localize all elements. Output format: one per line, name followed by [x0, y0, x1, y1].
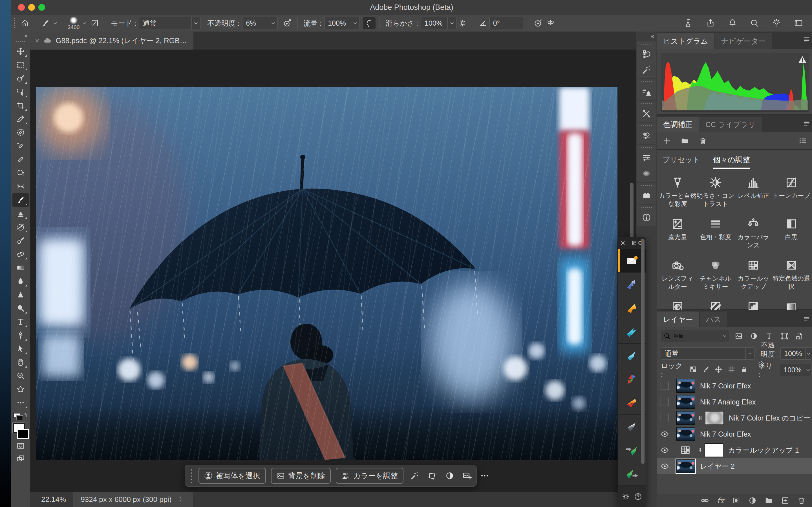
layer-blend-mode-select[interactable]: 通常 [661, 347, 755, 360]
layer-thumbnail[interactable] [676, 379, 695, 393]
healing-brush-tool[interactable] [12, 153, 29, 166]
lock-artboard-icon[interactable] [728, 365, 735, 374]
adjustment-chmixer[interactable]: チャンネルミキサー [697, 259, 735, 291]
quick-mask-button[interactable] [16, 442, 25, 450]
tab-navigator[interactable]: ナビゲーター [715, 33, 772, 49]
rectangular-marquee-tool[interactable] [12, 58, 29, 71]
layer-thumbnail[interactable] [676, 411, 695, 425]
patch-tool[interactable] [12, 166, 29, 180]
panel-group-grip[interactable] [641, 207, 652, 209]
remove-tool[interactable] [12, 126, 29, 139]
canvas-area[interactable]: 被写体を選択背景を削除カラーを調整 22.14% 9324 px x 6000 … [30, 50, 636, 507]
nik-close-icon[interactable] [620, 240, 625, 245]
filter-image-layers-icon[interactable] [733, 330, 744, 342]
search-icon[interactable] [748, 17, 761, 29]
type-tool[interactable] [12, 315, 29, 328]
history-brush-tool[interactable] [12, 220, 29, 234]
adjustment-levels[interactable]: レベル補正 [734, 176, 772, 208]
layer-row[interactable]: Nik 7 Color Efex のコピー [657, 410, 812, 426]
pressure-size-toggle[interactable] [532, 17, 545, 29]
collapse-panels-button[interactable]: « [636, 32, 657, 41]
mixer-brush-tool[interactable] [12, 234, 29, 247]
new-group-icon[interactable] [765, 496, 773, 505]
select-subject-button[interactable]: 被写体を選択 [199, 468, 266, 484]
clone-source-panel-icon[interactable] [637, 84, 656, 100]
workspace-icon[interactable] [792, 17, 805, 29]
layer-visibility-toggle[interactable] [657, 442, 673, 458]
trash-icon[interactable] [699, 136, 707, 145]
enhance-wand-button[interactable] [409, 469, 421, 482]
nik-help-icon[interactable] [634, 492, 642, 501]
add-mask-icon[interactable] [732, 496, 741, 505]
layer-row[interactable]: レイヤー 2 [657, 458, 812, 474]
layer-fill-select[interactable]: 100% [780, 363, 811, 376]
selection-brush-tool[interactable] [12, 71, 29, 85]
eraser-tool[interactable] [12, 247, 29, 261]
adjustment-selective[interactable]: 特定色域の選択 [772, 259, 811, 291]
layer-thumbnail[interactable] [676, 427, 695, 441]
layer-visibility-toggle[interactable] [657, 426, 673, 442]
chevron-right-icon[interactable]: 〉 [179, 495, 186, 504]
document-tab[interactable]: × G88.psdc @ 22.1% (レイヤー 2, RGB/8) * [30, 32, 193, 50]
default-swap-colors[interactable]: ↰ [13, 412, 28, 420]
libraries-panel-icon[interactable] [637, 187, 656, 203]
eyedropper-tool[interactable] [12, 112, 29, 126]
object-selection-tool[interactable] [12, 85, 29, 99]
warning-icon[interactable] [798, 55, 807, 64]
panel-menu-icon[interactable] [803, 119, 810, 127]
lock-all-icon[interactable] [741, 365, 748, 374]
folder-icon[interactable] [680, 136, 689, 145]
layer-row[interactable]: Nik 7 Analog Efex [657, 394, 812, 410]
nik-gear-icon[interactable] [622, 492, 630, 501]
remove-background-button[interactable]: 背景を削除 [271, 468, 331, 484]
panel-group-grip[interactable] [641, 43, 652, 45]
panel-group-grip[interactable] [641, 81, 652, 83]
chevron-down-icon[interactable] [52, 20, 59, 26]
adjustment-brightness[interactable]: 明るさ・コントラスト [697, 176, 735, 208]
filter-shape-layers-icon[interactable] [779, 330, 790, 342]
panel-group-grip[interactable] [641, 103, 652, 105]
chevron-down-icon[interactable] [81, 20, 88, 26]
layer-visibility-toggle[interactable] [657, 458, 673, 474]
layer-thumbnail[interactable] [676, 459, 695, 473]
pressure-opacity-toggle[interactable] [281, 17, 294, 29]
screen-mode-button[interactable] [16, 455, 25, 463]
adjust-color-button[interactable]: カラーを調整 [336, 468, 403, 484]
smoothing-select[interactable]: 100% [421, 17, 456, 29]
more-tools-tool[interactable] [12, 396, 29, 409]
tab-histogram[interactable]: ヒストグラム [657, 33, 714, 49]
taskbar-drag-handle[interactable] [190, 468, 193, 483]
nik-scrollbar[interactable] [641, 238, 645, 464]
background-color-swatch[interactable] [17, 429, 29, 439]
subtab-presets[interactable]: プリセット [663, 155, 700, 169]
new-layer-icon[interactable] [781, 496, 790, 505]
subtab-single-adjustments[interactable]: 個々の調整 [713, 155, 750, 169]
notifications-bell-icon[interactable] [726, 17, 739, 29]
options-bar-grip[interactable] [13, 17, 16, 29]
crop-tool[interactable] [12, 99, 29, 112]
panel-group-grip[interactable] [641, 184, 652, 186]
adjustment-lut[interactable]: カラールックアップ [734, 259, 772, 291]
blur-tool[interactable] [12, 274, 29, 288]
adjustment-hue[interactable]: 色相・彩度 [697, 217, 735, 249]
add-image-button[interactable] [461, 469, 473, 482]
home-button[interactable] [18, 17, 31, 29]
panel-group-grip[interactable] [641, 125, 652, 127]
sharpen-tool[interactable] [12, 288, 29, 301]
smoothing-options-gear[interactable] [456, 17, 469, 29]
adjustment-exposure[interactable]: 露光量 [659, 217, 697, 249]
channels-panel-icon[interactable] [637, 166, 656, 181]
path-select-tool[interactable] [12, 342, 29, 355]
lock-position-icon[interactable] [715, 365, 722, 374]
adjustment-vibrance[interactable]: カラーと自然な彩度 [659, 176, 697, 208]
blend-mode-select[interactable]: 通常 [139, 17, 200, 29]
adjustment-bw[interactable]: 白黒 [772, 217, 811, 249]
layer-visibility-toggle[interactable] [657, 378, 673, 394]
lock-pixels-icon[interactable] [702, 365, 710, 374]
layer-row[interactable]: カラールックアップ 1 [657, 442, 812, 458]
tab-adjustments[interactable]: 色調補正 [657, 117, 699, 132]
toolbar-expand-button[interactable]: » [11, 32, 30, 40]
tool-presets-panel-icon[interactable] [637, 106, 656, 122]
properties-panel-icon[interactable] [637, 128, 656, 144]
actions-panel-icon[interactable] [637, 62, 656, 78]
